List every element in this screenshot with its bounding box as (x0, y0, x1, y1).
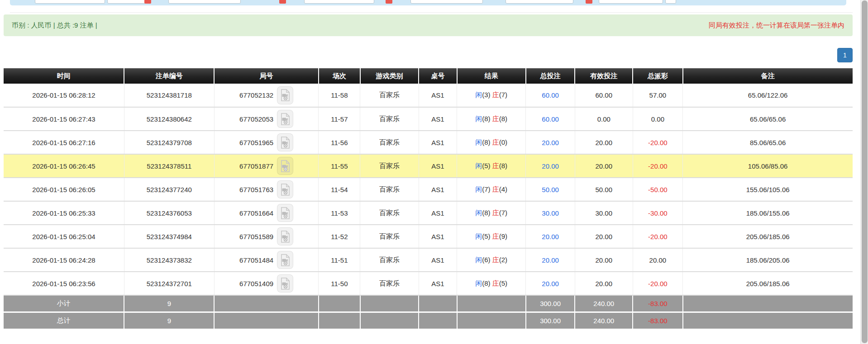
player-score: (7) (482, 185, 492, 193)
video-replay-button[interactable] (277, 133, 293, 151)
valid-bet-cell: 60.00 (575, 84, 633, 107)
banker-label: 庄 (492, 91, 499, 99)
column-header: 结果 (457, 68, 526, 84)
filter-input[interactable] (599, 0, 663, 4)
valid-bet-cell: 20.00 (575, 131, 633, 154)
calendar-button[interactable] (386, 0, 392, 4)
game-type-cell: 百家乐 (360, 107, 419, 131)
time-cell: 2026-01-15 06:26:05 (4, 178, 124, 201)
filter-input[interactable] (304, 0, 374, 4)
player-label: 闲 (475, 279, 482, 287)
footer-cell: 总计 (4, 312, 124, 329)
footer-cell (683, 312, 853, 329)
result-cell: 闲(5) 庄(8) (457, 154, 526, 178)
video-replay-button[interactable] (277, 86, 293, 104)
filter-input[interactable] (410, 0, 483, 4)
filter-small-box[interactable] (665, 0, 676, 4)
bet-row: 2026-01-15 06:27:43523124380642677052053… (4, 107, 853, 131)
player-score: (3) (482, 91, 492, 99)
payout-cell: -20.00 (633, 272, 683, 295)
bet-row: 2026-01-15 06:25:33523124376053677051664… (4, 201, 853, 225)
bet-id-cell: 523124374984 (124, 225, 214, 248)
column-header: 游戏类别 (360, 68, 419, 84)
calendar-button[interactable] (144, 0, 151, 4)
round-number: 677051965 (239, 139, 273, 146)
table-no-cell: AS1 (419, 131, 457, 154)
bet-id-cell: 523124380642 (124, 107, 214, 131)
video-replay-icon (280, 278, 291, 290)
payout-value: 0.00 (651, 115, 664, 123)
total-bet-value: 20.00 (542, 162, 559, 170)
column-header: 总投注 (526, 68, 575, 84)
banker-label: 庄 (492, 138, 499, 146)
calendar-button[interactable] (586, 0, 592, 4)
result-cell: 闲(6) 庄(2) (457, 248, 526, 272)
calendar-button[interactable] (279, 0, 286, 4)
footer-cell (419, 295, 457, 312)
payout-value: -20.00 (648, 233, 668, 240)
time-cell: 2026-01-15 06:27:16 (4, 131, 124, 154)
same-round-note: 同局有效投注，统一计算在该局第一张注单内 (709, 21, 844, 30)
game-type-cell: 百家乐 (360, 131, 419, 154)
banker-label: 庄 (492, 185, 499, 193)
banker-score: (4) (499, 185, 507, 193)
video-replay-button[interactable] (277, 204, 293, 222)
bet-report-table: 时间注单编号局号场次游戏类别桌号结果总投注有效投注总派彩备注 2026-01-1… (4, 68, 853, 329)
column-header: 总派彩 (633, 68, 683, 84)
video-replay-button[interactable] (277, 180, 293, 198)
video-replay-button[interactable] (277, 274, 293, 292)
filter-input[interactable] (506, 0, 573, 4)
filter-input[interactable] (168, 0, 241, 4)
banker-label: 庄 (492, 209, 499, 217)
result-cell: 闲(8) 庄(5) (457, 272, 526, 295)
game-type-cell: 百家乐 (360, 272, 419, 295)
video-replay-button[interactable] (277, 251, 293, 269)
video-replay-icon (280, 113, 291, 125)
footer-cell: 240.00 (575, 312, 633, 329)
total-bet-cell: 60.00 (526, 107, 575, 131)
table-no-cell: AS1 (419, 107, 457, 131)
player-label: 闲 (475, 232, 482, 240)
valid-bet-cell: 20.00 (575, 248, 633, 272)
total-bet-cell: 20.00 (526, 272, 575, 295)
column-header: 时间 (4, 68, 124, 84)
banker-score: (9) (499, 232, 507, 240)
round-cell: 677051484 (214, 248, 319, 272)
time-cell: 2026-01-15 06:25:04 (4, 225, 124, 248)
player-label: 闲 (475, 138, 482, 146)
game-type-cell: 百家乐 (360, 201, 419, 225)
column-header: 桌号 (419, 68, 457, 84)
vertical-scrollbar[interactable] (860, 0, 868, 344)
player-label: 闲 (475, 162, 482, 170)
round-cell: 677051589 (214, 225, 319, 248)
video-replay-button[interactable] (277, 227, 293, 245)
filter-input[interactable] (107, 0, 149, 4)
game-type-cell: 百家乐 (360, 154, 419, 178)
payout-cell: 57.00 (633, 84, 683, 107)
footer-payout-value: -83.00 (648, 317, 668, 325)
footer-cell: 小计 (4, 295, 124, 312)
filter-input[interactable] (35, 0, 105, 4)
round-number: 677051409 (239, 280, 273, 287)
total-bet-cell: 20.00 (526, 248, 575, 272)
footer-cell (457, 295, 526, 312)
remark-cell: 85.06/65.06 (683, 131, 853, 154)
video-replay-button[interactable] (277, 157, 293, 175)
scrollbar-thumb[interactable] (862, 0, 868, 343)
round-cell: 677051409 (214, 272, 319, 295)
video-replay-button[interactable] (277, 110, 293, 128)
session-cell: 11-56 (319, 131, 360, 154)
remark-cell: 205.06/185.06 (683, 272, 853, 295)
round-cell: 677052132 (214, 84, 319, 107)
valid-bet-cell: 20.00 (575, 154, 633, 178)
total-bet-cell: 30.00 (526, 201, 575, 225)
footer-cell (360, 295, 419, 312)
page-1-button[interactable]: 1 (837, 48, 853, 62)
remark-cell: 155.06/105.06 (683, 178, 853, 201)
currency-total-text: 币别 : 人民币 | 总共 :9 注单 | (12, 21, 97, 30)
valid-bet-cell: 50.00 (575, 178, 633, 201)
player-score: (5) (482, 232, 492, 240)
video-replay-icon (280, 254, 291, 266)
payout-value: 57.00 (649, 91, 667, 99)
video-replay-icon (280, 231, 291, 243)
